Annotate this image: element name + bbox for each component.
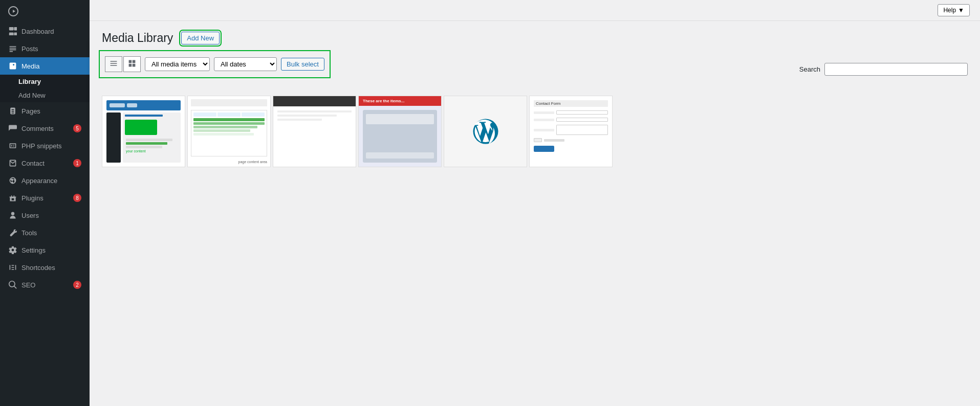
dashboard-icon	[8, 27, 17, 36]
media-grid: your content	[102, 96, 968, 167]
grid-view-button[interactable]	[123, 56, 141, 72]
sidebar-item-plugins[interactable]: Plugins 8	[0, 189, 90, 207]
subnav-library[interactable]: Library	[0, 75, 90, 88]
sidebar-item-label: Shortcodes	[21, 264, 55, 272]
sidebar-item-label: Appearance	[21, 177, 57, 185]
users-icon	[8, 211, 17, 220]
sidebar-item-label: Users	[21, 212, 39, 219]
date-filter[interactable]: All dates January 2024 February 2024	[214, 57, 277, 71]
grid-icon	[128, 59, 136, 69]
sidebar-item-tools[interactable]: Tools	[0, 224, 90, 241]
sidebar-item-label: Plugins	[21, 194, 43, 202]
media-item[interactable]	[273, 96, 356, 167]
plugins-badge: 8	[73, 194, 81, 202]
page-content: Media Library Add New	[90, 21, 980, 406]
sidebar-item-label: Posts	[21, 45, 38, 53]
subnav-add-new[interactable]: Add New	[0, 88, 90, 102]
media-toolbar: All media items Images Audio Video Docum…	[102, 53, 328, 75]
add-new-button[interactable]: Add New	[181, 32, 220, 44]
pages-icon	[8, 106, 17, 116]
sidebar-item-label: Comments	[21, 125, 54, 132]
contact-badge: 1	[73, 159, 81, 167]
sidebar-item-pages[interactable]: Pages	[0, 102, 90, 120]
sidebar-item-media[interactable]: Media	[0, 57, 90, 75]
sidebar-item-label: Settings	[21, 246, 46, 254]
comments-icon	[8, 124, 17, 133]
media-item[interactable]: These are the items...	[358, 96, 442, 167]
plugins-icon	[8, 193, 17, 202]
page-header: Media Library Add New	[102, 31, 968, 45]
media-item[interactable]: Contact Form	[529, 96, 613, 167]
main-area: Help ▼ Media Library Add New	[90, 0, 980, 406]
sidebar-item-label: Contact	[21, 160, 45, 167]
posts-icon	[8, 44, 17, 53]
sidebar-item-label: Tools	[21, 229, 37, 237]
sidebar-item-label: Dashboard	[21, 28, 54, 35]
sidebar-item-contact[interactable]: Contact 1	[0, 154, 90, 172]
search-label: Search	[799, 65, 820, 73]
sidebar-item-comments[interactable]: Comments 5	[0, 120, 90, 137]
sidebar-item-label: SEO	[21, 281, 35, 289]
sidebar-item-settings[interactable]: Settings	[0, 241, 90, 259]
media-icon	[8, 61, 17, 71]
sidebar-logo[interactable]	[0, 0, 90, 22]
list-view-button[interactable]	[105, 56, 122, 72]
bulk-select-button[interactable]: Bulk select	[281, 58, 324, 71]
view-toggle	[105, 56, 141, 72]
help-label: Help	[943, 7, 956, 14]
topbar: Help ▼	[90, 0, 980, 21]
toolbar-row: All media items Images Audio Video Docum…	[102, 53, 968, 85]
media-type-filter[interactable]: All media items Images Audio Video Docum…	[145, 57, 210, 71]
help-button[interactable]: Help ▼	[938, 4, 970, 16]
tools-icon	[8, 228, 17, 237]
sidebar-item-php-snippets[interactable]: PHP snippets	[0, 137, 90, 154]
sidebar: Dashboard Posts Posts All Posts Add New …	[0, 0, 90, 406]
media-item[interactable]: your content	[102, 96, 185, 167]
list-icon	[110, 59, 118, 69]
sidebar-item-posts[interactable]: Posts	[0, 40, 90, 57]
seo-badge: 2	[73, 281, 81, 289]
sidebar-item-label: PHP snippets	[21, 142, 62, 150]
chevron-down-icon: ▼	[958, 7, 964, 14]
media-subnav: Library Add New	[0, 75, 90, 102]
sidebar-item-users[interactable]: Users	[0, 207, 90, 224]
sidebar-item-label: Pages	[21, 107, 40, 115]
page-title: Media Library	[102, 31, 173, 45]
shortcodes-icon	[8, 263, 17, 272]
media-item[interactable]	[444, 96, 527, 167]
comments-badge: 5	[73, 124, 81, 132]
seo-icon	[8, 280, 17, 289]
appearance-icon	[8, 176, 17, 185]
contact-icon	[8, 159, 17, 168]
sidebar-item-dashboard[interactable]: Dashboard	[0, 22, 90, 40]
sidebar-item-appearance[interactable]: Appearance	[0, 172, 90, 189]
sidebar-item-label: Media	[21, 62, 39, 70]
php-icon	[8, 141, 17, 150]
sidebar-item-seo[interactable]: SEO 2	[0, 276, 90, 294]
sidebar-item-shortcodes[interactable]: Shortcodes	[0, 259, 90, 276]
settings-icon	[8, 245, 17, 255]
media-item[interactable]: page content area	[187, 96, 271, 167]
search-input[interactable]	[824, 63, 968, 76]
